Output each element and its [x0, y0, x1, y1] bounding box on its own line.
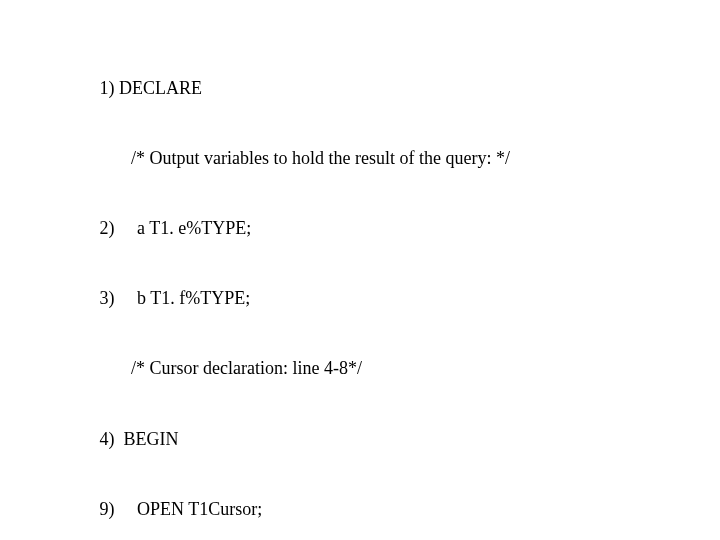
code-line: 4) BEGIN: [95, 428, 720, 451]
code-line: 2) a T1. e%TYPE;: [95, 217, 720, 240]
code-line: /* Cursor declaration: line 4-8*/: [95, 357, 720, 380]
code-line: /* Output variables to hold the result o…: [95, 147, 720, 170]
code-line: 3) b T1. f%TYPE;: [95, 287, 720, 310]
code-block: 1) DECLARE /* Output variables to hold t…: [0, 0, 720, 540]
code-line: 9) OPEN T1Cursor;: [95, 498, 720, 521]
code-line: 1) DECLARE: [95, 77, 720, 100]
